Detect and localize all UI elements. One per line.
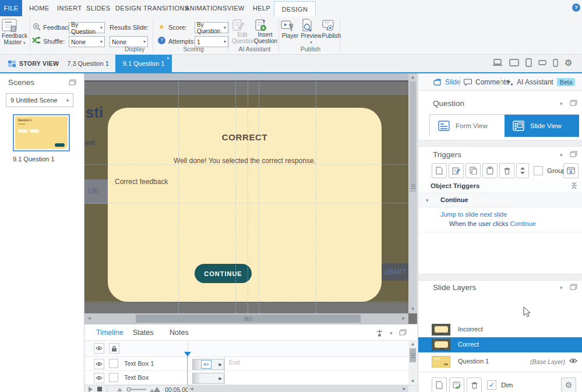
trigger-group-continue[interactable]: ▾ Continue [418, 193, 582, 207]
layer-row-correct-selected[interactable]: Correct [418, 337, 582, 352]
tab-home[interactable]: HOME [29, 0, 50, 16]
continue-button[interactable]: CONTINUE [195, 264, 252, 283]
tablet-portrait-icon[interactable] [525, 58, 532, 67]
reorder-trigger-button[interactable] [516, 163, 529, 178]
layer-row-incorrect[interactable]: Incorrect [418, 322, 582, 337]
lock-checkbox[interactable] [109, 359, 118, 368]
collapse-panel-icon[interactable] [570, 100, 577, 106]
scroll-left-icon[interactable]: ◄ [87, 316, 91, 321]
chevron-down-icon[interactable]: ▾ [560, 152, 563, 158]
scroll-right-icon[interactable]: ► [401, 316, 406, 321]
feedback-placeholder-text[interactable]: Correct feedback [115, 178, 168, 186]
tab-question-7-3[interactable]: 7.3 Question 1 [61, 55, 115, 72]
scrollbar-thumb[interactable] [136, 315, 361, 323]
layer-visibility-eye-icon[interactable] [569, 358, 577, 363]
help-icon[interactable]: ? [572, 3, 580, 12]
edit-question-button[interactable]: Edit Question [232, 19, 253, 44]
player-button[interactable]: Player [281, 19, 299, 39]
feedback-dialog[interactable]: CORRECT Well done! You selected the corr… [108, 108, 382, 302]
file-tab[interactable]: FILE [0, 0, 22, 16]
form-view-button[interactable]: Form View [430, 115, 505, 137]
publish-button[interactable]: Publish [322, 19, 341, 39]
score-dropdown[interactable]: By Question▾ [195, 22, 228, 33]
clip-extend-icon[interactable]: ▶ [219, 362, 222, 367]
layer-row-question1-base[interactable]: Question 1 (Base Layer) [418, 354, 582, 369]
tab-question-9-1-active[interactable]: 9.1 Question 1 × [115, 55, 172, 72]
tab-help[interactable]: HELP [253, 0, 270, 16]
feedback-title[interactable]: CORRECT [108, 132, 382, 142]
variables-button[interactable] [563, 163, 579, 178]
slide-view-button[interactable]: Slide View [505, 115, 579, 137]
chevron-down-icon[interactable]: ▾ [560, 285, 563, 291]
scroll-left-icon[interactable]: ◄ [189, 387, 194, 391]
scroll-down-icon[interactable]: ▼ [408, 379, 417, 384]
feedback-dropdown[interactable]: By Question▾ [69, 22, 105, 33]
lock-all-toggle[interactable] [109, 343, 119, 354]
zoom-slider[interactable] [126, 387, 147, 391]
desktop-icon[interactable] [509, 59, 519, 66]
tab-comments[interactable]: Comments [464, 73, 509, 91]
scroll-down-icon[interactable]: ▼ [408, 307, 417, 312]
tab-states[interactable]: States [133, 324, 153, 341]
timeline-vertical-scrollbar[interactable]: ▲ ▼ [408, 341, 417, 385]
show-all-toggle[interactable] [94, 343, 104, 354]
collapse-all-icon[interactable] [571, 182, 577, 189]
tab-design[interactable]: DESIGN [115, 0, 142, 16]
playhead-marker[interactable] [184, 352, 191, 356]
clip-extend-icon[interactable]: ▶ [219, 376, 222, 381]
timeline-horizontal-scrollbar[interactable]: ◄ ► [188, 386, 408, 392]
play-icon[interactable] [88, 387, 93, 392]
feedback-master-button[interactable]: Feedback Master ▾ [1, 19, 28, 46]
zoom-out-icon[interactable] [117, 388, 122, 391]
slide-thumbnail[interactable]: Question 1 [13, 114, 70, 151]
trigger-action-link[interactable]: Jump to slide next slide [440, 211, 507, 218]
feedback-body-text[interactable]: Well done! You selected the correct resp… [108, 157, 382, 165]
tab-transitions[interactable]: TRANSITIONS [143, 0, 189, 16]
shuffle-dropdown[interactable]: None▾ [69, 36, 105, 47]
copy-trigger-button[interactable] [465, 163, 481, 178]
gear-icon[interactable]: ⚙ [565, 58, 572, 67]
timeline-clip-textbox1[interactable]: A≡ ▶ [192, 359, 224, 370]
collapse-panel-icon[interactable] [570, 151, 577, 157]
scroll-up-icon[interactable]: ▲ [408, 341, 417, 347]
group-checkbox[interactable] [534, 166, 543, 175]
scene-selector[interactable]: 9 Untitled Scene▾ [6, 93, 73, 107]
timeline-row-textbox1[interactable]: Text Box 1 [84, 357, 417, 371]
close-icon[interactable]: × [167, 55, 170, 61]
chevron-down-icon[interactable]: ▾ [390, 330, 393, 336]
scroll-right-icon[interactable]: ► [402, 387, 407, 391]
visibility-eye-toggle[interactable] [94, 373, 104, 383]
layer-properties-button[interactable] [449, 377, 464, 392]
delete-layer-button[interactable] [467, 377, 482, 392]
paste-trigger-button[interactable] [482, 163, 498, 178]
tab-design-contextual[interactable]: DESIGN [274, 1, 316, 16]
zoom-in-icon[interactable] [150, 387, 160, 392]
story-view-button[interactable]: STORY VIEW [8, 55, 59, 72]
timeline-clip-textbox[interactable]: ▶ [192, 373, 224, 384]
new-trigger-button[interactable] [432, 163, 447, 178]
lock-checkbox[interactable] [109, 373, 118, 382]
canvas-horizontal-scrollbar[interactable]: ◄ ► [84, 313, 408, 324]
collapse-panel-icon[interactable] [69, 79, 76, 86]
collapse-panel-icon[interactable] [399, 329, 407, 336]
trigger-condition[interactable]: When the user clicks Continue [449, 220, 536, 227]
collapse-panel-icon[interactable] [570, 284, 577, 290]
layer-settings-gear-button[interactable]: ⚙ [561, 377, 576, 392]
delete-trigger-button[interactable] [499, 163, 514, 178]
edit-trigger-button[interactable] [449, 163, 464, 178]
scroll-up-icon[interactable]: ▲ [408, 73, 417, 80]
tab-insert[interactable]: INSERT [57, 0, 82, 16]
timeline-row-label[interactable]: Text Box 1 [124, 360, 154, 367]
tab-view[interactable]: VIEW [227, 0, 245, 16]
scrollbar-thumb[interactable] [410, 348, 416, 362]
tab-timeline[interactable]: Timeline [96, 324, 124, 341]
visibility-eye-toggle[interactable] [94, 359, 104, 369]
chevron-down-icon[interactable]: ▾ [560, 101, 563, 107]
slide-thumbnail-label[interactable]: 9.1 Question 1 [13, 156, 55, 163]
new-layer-button[interactable] [432, 377, 447, 392]
preview-button[interactable]: Preview ▾ [301, 19, 322, 45]
scrollbar-thumb[interactable] [410, 82, 416, 192]
tab-slides[interactable]: SLIDES [86, 0, 111, 16]
collapse-tree-icon[interactable] [376, 329, 383, 337]
phone-landscape-icon[interactable] [538, 60, 546, 65]
